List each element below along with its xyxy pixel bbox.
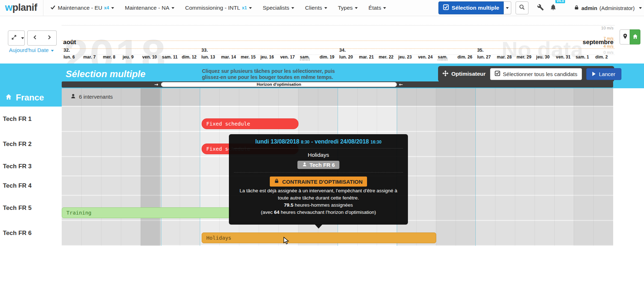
day-label: mer. 8 xyxy=(103,55,116,60)
topbar: wplanif Maintenance - EUx4Maintenance - … xyxy=(0,0,644,16)
tooltip-task-name: Holidays xyxy=(229,152,408,158)
person-icon xyxy=(302,162,307,168)
chevron-down-icon xyxy=(506,7,509,9)
day-grid-line xyxy=(101,88,102,246)
topbar-divider xyxy=(43,0,43,16)
day-label: lun. 6 xyxy=(64,55,75,60)
weekend-shading xyxy=(160,88,180,246)
user-name: admin xyxy=(581,5,597,11)
chevron-down-icon xyxy=(291,7,294,9)
menu-item-specialists[interactable]: Specialists xyxy=(263,5,294,11)
multi-select-button[interactable]: Sélection multiple xyxy=(438,1,504,14)
menu-item--tats[interactable]: États xyxy=(368,5,386,11)
wind-level-line xyxy=(62,25,615,25)
notifications-button[interactable]: v4.0 xyxy=(550,4,566,12)
bell-icon xyxy=(550,4,557,12)
launch-button[interactable]: Lancer xyxy=(586,68,621,80)
day-label: lun. 20 xyxy=(339,55,353,60)
chevron-down-icon xyxy=(111,7,114,9)
search-icon xyxy=(519,4,525,12)
day-grid-line xyxy=(574,88,574,246)
mouse-cursor xyxy=(283,237,290,245)
select-all-candidates-button[interactable]: Sélectionner tous les candidats xyxy=(490,68,582,80)
main-menu: Maintenance - EUx4Maintenance - NACommis… xyxy=(50,0,386,16)
lock-icon xyxy=(574,5,579,11)
horizon-guide-line xyxy=(475,88,476,246)
day-grid-line xyxy=(515,88,515,246)
wind-level-label: 0 m/s xyxy=(560,50,614,55)
check-icon xyxy=(50,5,58,11)
banner-title: Sélection multiple xyxy=(66,69,146,80)
day-label: mer. 29 xyxy=(517,55,531,60)
day-label: lun. 13 xyxy=(201,55,215,60)
wrench-icon xyxy=(537,4,544,12)
day-label: lun. 27 xyxy=(477,55,491,60)
chevron-down-icon xyxy=(324,7,327,9)
version-badge: v4.0 xyxy=(555,0,565,3)
search-button[interactable] xyxy=(516,1,528,14)
tooltip-pointer xyxy=(315,224,323,229)
tooltip-date-range: lundi 13/08/2018 8:30 - vendredi 24/08/2… xyxy=(229,138,408,145)
menu-label: Clients xyxy=(305,5,322,11)
checkbox-check-icon xyxy=(495,71,500,77)
tooltip-body-line1: La tâche est déjà assignée à un interven… xyxy=(229,188,408,194)
day-label: sam. 11 xyxy=(162,55,178,60)
menu-label: Types xyxy=(338,5,353,11)
day-label: mer. 22 xyxy=(379,55,393,60)
horizon-range-pill[interactable]: Horizon d'optimisation xyxy=(161,82,397,87)
optimization-horizon-bar: → Horizon d'optimisation ← xyxy=(62,81,613,88)
home-icon xyxy=(5,93,12,103)
task-bar-training[interactable]: Training xyxy=(62,207,230,218)
resource-label: Tech FR 4 xyxy=(0,176,62,196)
menu-item-maintenance-eu[interactable]: Maintenance - EUx4 xyxy=(50,5,114,11)
menu-label: Maintenance - NA xyxy=(125,5,169,11)
chevron-down-icon xyxy=(171,7,174,9)
timeline-header: 2018 No data 10 m/s7 m/s4 m/s0 m/s août … xyxy=(0,16,644,64)
day-label: ven. 10 xyxy=(142,55,157,60)
menu-item-commissioning-intl[interactable]: Commissioning - INTLx1 xyxy=(185,5,252,11)
chevron-down-icon xyxy=(383,7,386,9)
logo-prefix: w xyxy=(5,2,13,13)
menu-item-maintenance-na[interactable]: Maintenance - NA xyxy=(125,5,174,11)
day-label: ven. 24 xyxy=(418,55,433,60)
task-bar-holidays[interactable]: Holidays xyxy=(202,232,436,243)
resource-label: Tech FR 5 xyxy=(0,196,62,221)
day-label: mar. 21 xyxy=(359,55,374,60)
task-tooltip: lundi 13/08/2018 8:30 - vendredi 24/08/2… xyxy=(229,134,408,225)
day-grid-line xyxy=(81,88,82,246)
tooltip-overlap: (avec 64 heures chevauchant l'horizon d'… xyxy=(229,209,408,215)
day-grid-line xyxy=(495,88,495,246)
menu-label: Specialists xyxy=(263,5,289,11)
horizon-guide-line xyxy=(200,88,200,246)
day-label: mar. 14 xyxy=(221,55,236,60)
user-menu[interactable]: admin (Administrator) xyxy=(574,5,642,11)
day-grid-line xyxy=(121,88,121,246)
resource-label: Tech FR 6 xyxy=(0,221,62,246)
multi-select-dropdown[interactable] xyxy=(504,1,511,14)
day-label: ven. 31 xyxy=(556,55,571,60)
day-label: mer. 15 xyxy=(241,55,255,60)
tooltip-divider xyxy=(234,172,403,173)
resource-label: Tech FR 1 xyxy=(0,107,62,132)
topbar-right: Sélection multiple v4.0 admin (Administr… xyxy=(438,0,642,16)
group-header-france[interactable]: France xyxy=(0,88,62,107)
settings-button[interactable] xyxy=(537,4,544,12)
lock-icon xyxy=(274,178,279,185)
week-number: 32. xyxy=(64,47,70,53)
resource-label: Tech FR 3 xyxy=(0,157,62,176)
weekend-shading xyxy=(180,88,199,246)
day-label: dim. 26 xyxy=(457,55,472,60)
wplanif-app: wplanif Maintenance - EUx4Maintenance - … xyxy=(0,0,644,282)
horizon-left-arrow[interactable]: → xyxy=(154,81,158,88)
chevron-down-icon xyxy=(355,7,358,9)
wind-level-label: 10 m/s xyxy=(560,26,614,30)
app-logo[interactable]: wplanif xyxy=(5,2,37,13)
multi-select-label: Sélection multiple xyxy=(452,5,499,11)
horizon-right-arrow[interactable]: ← xyxy=(399,81,403,88)
task-bar-fixed-schedule[interactable]: Fixed schedule xyxy=(202,118,299,129)
menu-item-types[interactable]: Types xyxy=(338,5,358,11)
day-grid-line xyxy=(416,88,417,246)
tooltip-divider xyxy=(234,148,403,149)
day-label: jeu. 16 xyxy=(260,55,274,60)
menu-item-clients[interactable]: Clients xyxy=(305,5,327,11)
